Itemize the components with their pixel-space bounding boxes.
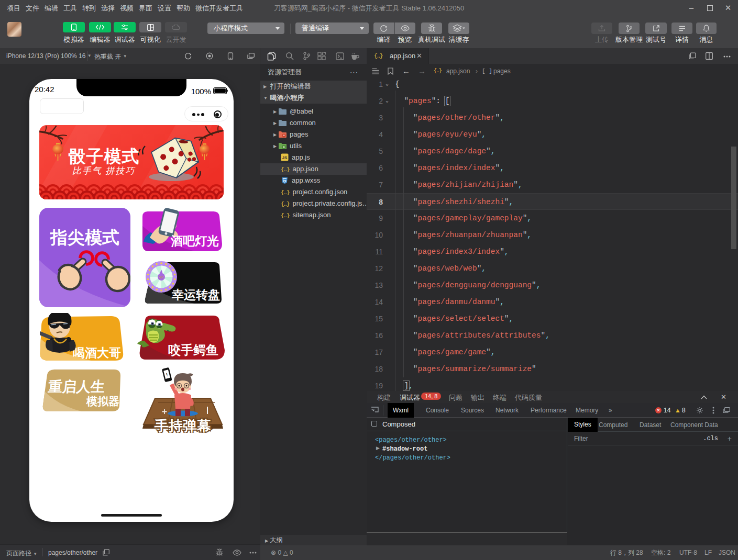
svg-text:手持弹幕: 手持弹幕 <box>154 418 211 433</box>
svg-text:幸运转盘: 幸运转盘 <box>171 288 220 301</box>
svg-text:指尖模式: 指尖模式 <box>49 228 119 247</box>
svg-text:GO: GO <box>159 276 164 279</box>
svg-text:模拟器: 模拟器 <box>86 395 119 407</box>
svg-text:喝酒大哥: 喝酒大哥 <box>73 346 121 360</box>
svg-text:重启人生: 重启人生 <box>47 379 106 395</box>
svg-text:酒吧灯光: 酒吧灯光 <box>170 234 219 248</box>
svg-text:JS: JS <box>282 155 288 160</box>
svg-text:咬手鳄鱼: 咬手鳄鱼 <box>168 343 218 357</box>
